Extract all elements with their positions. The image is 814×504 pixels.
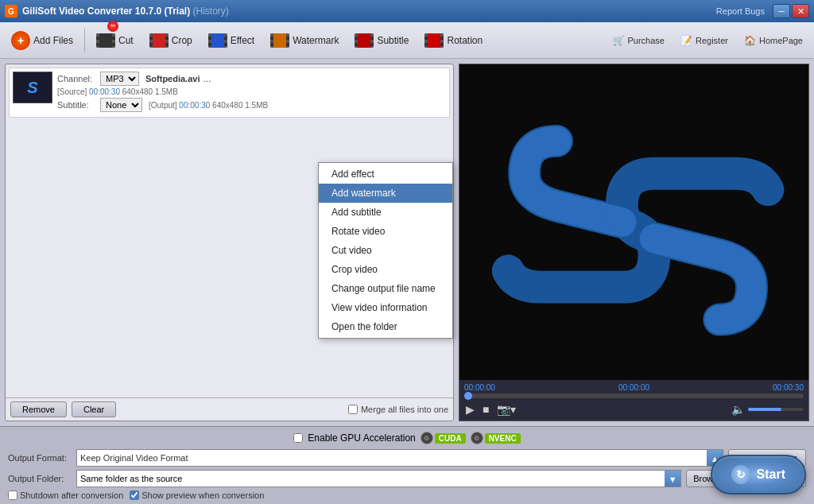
cut-label: Cut — [118, 35, 134, 46]
remove-button[interactable]: Remove — [10, 401, 67, 417]
channel-select[interactable]: MP3 — [100, 72, 139, 86]
cuda-badge: CUDA — [435, 433, 466, 444]
start-area: ↻ Start — [711, 455, 806, 494]
preview-panel: 00:00:00 00:00:00 00:00:30 ▶ ■ 📷▾ 🔈 — [459, 64, 809, 421]
cut-badge: ✂ — [107, 21, 118, 32]
ctx-cut-video[interactable]: Cut video — [319, 241, 452, 260]
crop-film-icon — [149, 33, 169, 48]
shutdown-label-text: Shutdown after conversion — [20, 490, 123, 500]
preview-svg — [459, 64, 808, 380]
preview-checkbox[interactable] — [130, 490, 139, 500]
gpu-icon-1: ⚙ — [421, 432, 433, 444]
ctx-add-watermark[interactable]: Add watermark — [319, 184, 452, 203]
watermark-label: Watermark — [293, 35, 339, 46]
subtitle-label: Subtitle: — [57, 100, 97, 110]
output-format-select[interactable]: Keep Original Video Format ▲ — [76, 449, 723, 467]
merge-checkbox[interactable] — [348, 405, 358, 414]
cut-button[interactable]: ✂ Cut — [90, 26, 140, 55]
watermark-button[interactable]: Watermark — [264, 26, 345, 55]
cut-film-icon — [96, 33, 115, 48]
purchase-label: Purchase — [628, 36, 665, 45]
report-bugs-link[interactable]: Report Bugs — [716, 6, 765, 16]
add-files-button[interactable]: + Add Files — [5, 26, 79, 55]
folder-dropdown-arrow[interactable]: ▼ — [665, 471, 680, 487]
volume-icon: 🔈 — [731, 403, 745, 416]
preview-label-text: Show preview when conversion — [141, 490, 264, 500]
output-format-label: Output Format: — [8, 453, 72, 463]
volume-area: 🔈 — [731, 403, 804, 416]
file-name: Softpedia.avi — [145, 74, 200, 83]
output-folder-label: Output Folder: — [8, 474, 72, 483]
seek-bar[interactable] — [464, 394, 804, 398]
gpu-row: Enable GPU Acceleration ⚙ CUDA ⚙ NVENC — [8, 432, 806, 444]
app-title: GiliSoft Video Converter 10.7.0 (Trial) … — [22, 6, 716, 17]
time-row: 00:00:00 00:00:00 00:00:30 — [464, 383, 804, 392]
crop-button[interactable]: Crop — [143, 26, 199, 55]
seek-thumb — [464, 392, 472, 400]
close-button[interactable]: ✕ — [792, 4, 809, 18]
ctx-rotate-video[interactable]: Rotate video — [319, 222, 452, 241]
ctx-add-subtitle[interactable]: Add subtitle — [319, 203, 452, 222]
ctx-open-folder[interactable]: Open the folder — [319, 317, 452, 336]
gpu-icon-2: ⚙ — [471, 432, 483, 444]
shutdown-label: Shutdown after conversion — [8, 490, 123, 500]
toolbar-separator-1 — [84, 29, 85, 52]
start-icon: ↻ — [731, 465, 750, 484]
ctx-add-effect[interactable]: Add effect — [319, 165, 452, 184]
output-folder-row: Output Folder: Same folder as the source… — [8, 470, 806, 487]
preview-label: Show preview when conversion — [130, 490, 264, 500]
homepage-label: HomePage — [759, 36, 803, 45]
volume-bar[interactable] — [748, 408, 804, 411]
effect-label: Effect — [231, 35, 254, 46]
register-button[interactable]: 📝 Register — [674, 31, 735, 50]
rotation-film-icon — [424, 33, 444, 48]
source-row: [Source] 00:00:30 640x480 1.5MB — [57, 87, 446, 96]
stop-button[interactable]: ■ — [481, 401, 490, 417]
ctx-view-info[interactable]: View video information — [319, 298, 452, 317]
gpu-checkbox[interactable] — [293, 433, 303, 443]
title-bar: G GiliSoft Video Converter 10.7.0 (Trial… — [0, 0, 814, 22]
minimize-button[interactable]: ─ — [773, 4, 790, 18]
output-folder-select[interactable]: Same folder as the source ▼ — [76, 470, 681, 487]
home-icon: 🏠 — [744, 34, 757, 47]
app-title-text: GiliSoft Video Converter 10.7.0 (Trial) — [22, 6, 190, 17]
register-icon: 📝 — [680, 34, 693, 47]
effect-button[interactable]: Effect — [202, 26, 261, 55]
crop-label: Crop — [172, 35, 192, 46]
merge-label: Merge all files into one — [361, 405, 448, 414]
output-meta: [Output] 00:00:30 640x480 1.5MB — [149, 101, 268, 110]
output-folder-value: Same folder as the source — [80, 474, 182, 483]
channel-row: Channel: MP3 Softpedia.avi ... — [57, 72, 446, 86]
more-button[interactable]: ... — [203, 73, 211, 84]
ctx-change-output[interactable]: Change output file name — [319, 279, 452, 298]
source-meta: [Source] 00:00:30 640x480 1.5MB — [57, 87, 178, 96]
toolbar: + Add Files ✂ Cut Crop Effect Watermark … — [0, 22, 814, 59]
time-start: 00:00:00 — [464, 383, 495, 392]
add-files-label: Add Files — [33, 35, 73, 46]
file-item: S Channel: MP3 Softpedia.avi ... [Source… — [9, 68, 450, 118]
main-area: S Channel: MP3 Softpedia.avi ... [Source… — [0, 59, 814, 426]
toolbar-right: 🛒 Purchase 📝 Register 🏠 HomePage — [607, 31, 810, 50]
purchase-button[interactable]: 🛒 Purchase — [607, 31, 671, 50]
play-button[interactable]: ▶ — [464, 401, 476, 417]
start-button[interactable]: ↻ Start — [711, 455, 806, 494]
nvenc-badge: NVENC — [485, 433, 521, 444]
homepage-button[interactable]: 🏠 HomePage — [738, 31, 809, 50]
clear-button[interactable]: Clear — [72, 401, 116, 417]
rotation-button[interactable]: Rotation — [418, 26, 489, 55]
gpu-label: Enable GPU Acceleration — [308, 432, 415, 444]
subtitle-button[interactable]: Subtitle — [348, 26, 415, 55]
camera-button[interactable]: 📷▾ — [495, 401, 517, 417]
video-preview — [459, 64, 808, 380]
file-info: Channel: MP3 Softpedia.avi ... [Source] … — [57, 72, 446, 114]
shutdown-checkbox[interactable] — [8, 490, 17, 500]
ctx-crop-video[interactable]: Crop video — [319, 260, 452, 279]
time-mid: 00:00:00 — [618, 383, 649, 392]
subtitle-select[interactable]: None — [100, 98, 142, 112]
context-menu: Add effect Add watermark Add subtitle Ro… — [318, 162, 453, 339]
register-label: Register — [696, 36, 728, 45]
video-controls: 00:00:00 00:00:00 00:00:30 ▶ ■ 📷▾ 🔈 — [459, 380, 808, 421]
subtitle-film-icon — [355, 33, 374, 48]
output-format-value: Keep Original Video Format — [80, 453, 705, 463]
bottom-panel: Enable GPU Acceleration ⚙ CUDA ⚙ NVENC O… — [0, 426, 814, 504]
